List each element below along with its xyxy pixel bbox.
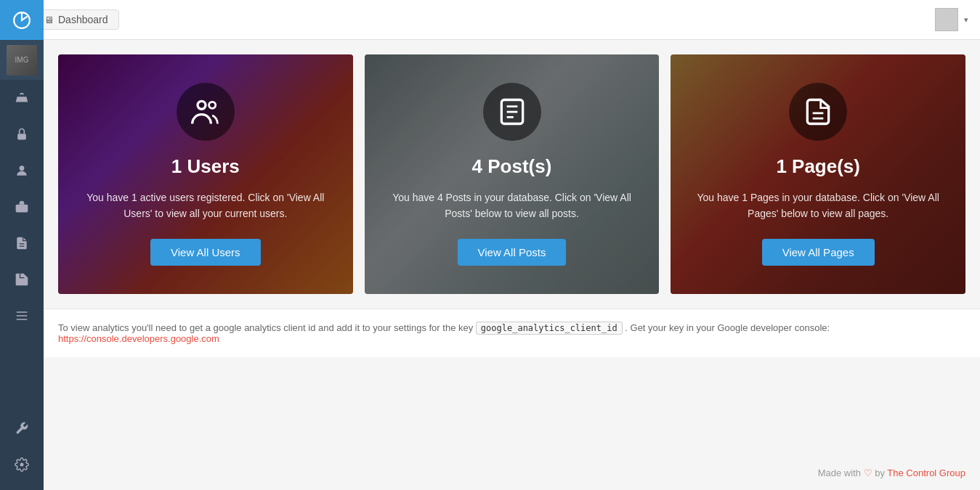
analytics-link[interactable]: https://console.developers.google.com [58,333,219,344]
analytics-text-2: . Get your key in your Google developer … [625,322,830,333]
pages-card: 1 Page(s) You have 1 Pages in your datab… [671,54,965,294]
svg-point-11 [208,102,215,108]
dropdown-arrow[interactable]: ▾ [964,15,968,25]
posts-card-content: 4 Post(s) You have 4 Posts in your datab… [365,68,660,281]
main-content: 1 Users You have 1 active users register… [44,40,980,490]
footer-heart: ♡ [864,467,872,478]
users-card: 1 Users You have 1 active users register… [58,54,353,294]
sidebar: IMG [0,0,44,490]
view-all-posts-button[interactable]: View All Posts [458,239,567,266]
footer-text: Made with [818,467,861,478]
sidebar-item-list[interactable] [0,298,44,334]
svg-rect-3 [16,205,28,213]
sidebar-logo[interactable] [0,0,44,40]
users-card-title: 1 Users [171,155,240,178]
users-card-content: 1 Users You have 1 active users register… [58,68,353,281]
sidebar-item-briefcase[interactable] [0,189,44,225]
sidebar-item-page[interactable] [0,261,44,298]
posts-card-desc: You have 4 Posts in your database. Click… [386,189,638,222]
svg-rect-8 [17,319,28,320]
analytics-notice: To view analytics you'll need to get a g… [44,309,980,357]
users-card-desc: You have 1 active users registered. Clic… [80,189,331,222]
analytics-key: google_analytics_client_id [476,322,623,335]
view-all-pages-button[interactable]: View All Pages [762,239,875,266]
sidebar-item-tools[interactable] [0,410,44,446]
sidebar-item-document[interactable] [0,225,44,261]
footer-brand-link[interactable]: The Control Group [887,467,965,478]
pages-icon [802,96,834,128]
svg-rect-7 [17,315,28,317]
pages-card-title: 1 Page(s) [776,155,860,178]
sidebar-item-ship[interactable] [0,80,44,116]
svg-point-9 [20,463,24,467]
sidebar-thumbnail-item[interactable]: IMG [0,40,44,80]
posts-icon-circle [483,83,541,141]
header: ☰ 🖥 Dashboard ▾ [0,0,980,40]
footer: Made with ♡ by The Control Group [44,456,980,490]
users-icon-circle [177,83,235,141]
header-right: ▾ [935,8,968,31]
svg-rect-1 [17,134,26,139]
posts-icon [496,96,528,128]
users-icon [190,96,222,128]
view-all-users-button[interactable]: View All Users [150,239,261,266]
footer-by: by [875,467,887,478]
breadcrumb[interactable]: 🖥 Dashboard [33,9,119,30]
cards-section: 1 Users You have 1 active users register… [44,40,980,309]
avatar[interactable] [935,8,958,31]
breadcrumb-label: Dashboard [58,14,108,25]
pages-card-content: 1 Page(s) You have 1 Pages in your datab… [671,68,965,281]
pages-icon-circle [789,83,847,141]
sidebar-item-settings[interactable] [0,446,44,483]
posts-card-title: 4 Post(s) [472,155,552,178]
svg-point-10 [198,101,206,109]
dashboard-icon: 🖥 [44,15,54,25]
posts-card: 4 Post(s) You have 4 Posts in your datab… [365,54,660,294]
svg-point-2 [20,166,25,171]
sidebar-item-user[interactable] [0,152,44,189]
svg-rect-6 [17,311,28,313]
sidebar-item-lock[interactable] [0,116,44,152]
analytics-text-1: To view analytics you'll need to get a g… [58,322,473,333]
pages-card-desc: You have 1 Pages in your database. Click… [692,189,944,222]
